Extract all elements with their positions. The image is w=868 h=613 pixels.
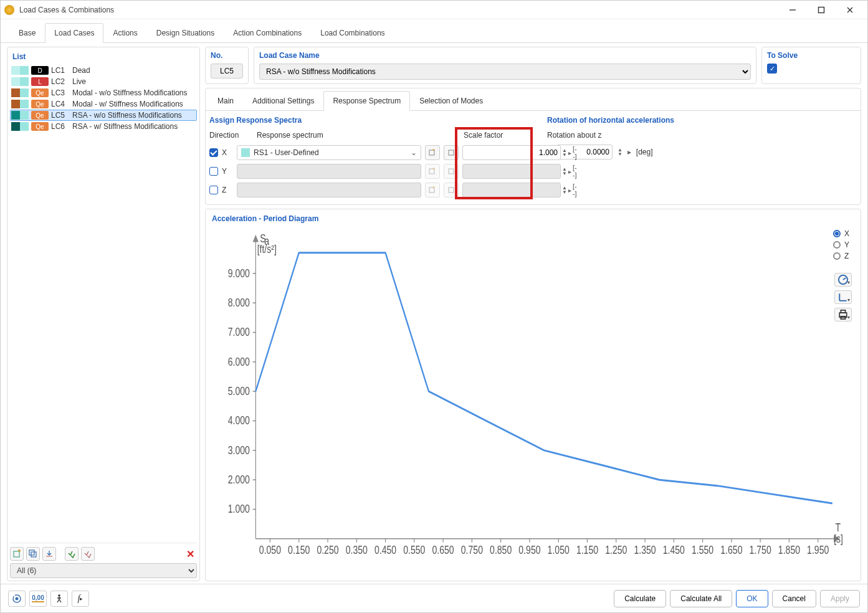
scale-factor-more-icon: ▸ [568, 187, 571, 194]
deselect-all-button[interactable] [81, 547, 95, 561]
main-tabs: BaseLoad CasesActionsDesign SituationsAc… [1, 19, 867, 43]
tab-action-combinations[interactable]: Action Combinations [224, 23, 311, 42]
col-scale: Scale factor [464, 131, 532, 140]
direction-z-checkbox[interactable] [209, 186, 218, 194]
chart-settings-button[interactable]: ▾ [834, 273, 852, 287]
load-case-id: LC3 [51, 88, 70, 97]
function-button[interactable]: f▸ [72, 591, 89, 607]
direction-x-checkbox[interactable] [209, 148, 218, 157]
spectrum-edit-button[interactable] [444, 145, 459, 160]
minimize-button[interactable] [779, 1, 806, 19]
run-person-button[interactable] [50, 591, 68, 607]
load-case-name: RSA - w/ Stiffness Modifications [72, 122, 196, 131]
rotation-header: Rotation of horizontal accelerations [547, 116, 854, 125]
spectrum-edit-button [444, 183, 459, 197]
svg-text:0.950: 0.950 [518, 544, 540, 556]
spectrum-new-button [425, 183, 440, 197]
load-case-id: LC1 [51, 66, 70, 75]
help-button[interactable] [8, 591, 26, 607]
rotation-unit: [deg] [636, 148, 653, 156]
svg-marker-14 [253, 235, 259, 242]
svg-text:[ft/s²]: [ft/s²] [257, 244, 277, 255]
load-case-id: LC4 [51, 100, 70, 108]
select-all-button[interactable] [65, 547, 79, 561]
svg-text:1.250: 1.250 [605, 544, 627, 556]
svg-rect-10 [449, 169, 454, 174]
scale-factor-z-input [462, 183, 561, 197]
load-case-name: Live [72, 77, 196, 86]
new-button[interactable] [10, 547, 24, 561]
spectrum-new-button[interactable] [425, 145, 440, 160]
spectrum-y-select [237, 164, 421, 179]
chart-print-button[interactable]: ▾ [834, 308, 852, 321]
svg-text:0.550: 0.550 [403, 544, 425, 556]
chart-axis-y-radio[interactable]: Y [831, 239, 852, 250]
to-solve-checkbox[interactable]: ✓ [767, 64, 777, 74]
import-button[interactable] [42, 547, 56, 561]
spectrum-z-select [237, 183, 421, 197]
scale-factor-unit: [--] [573, 164, 577, 179]
load-case-row-lc1[interactable]: DLC1Dead [10, 65, 197, 76]
tab-design-situations[interactable]: Design Situations [147, 23, 224, 42]
subtab-additional-settings[interactable]: Additional Settings [243, 91, 323, 110]
chevron-down-icon: ⌄ [411, 148, 417, 157]
svg-rect-7 [429, 150, 434, 155]
load-case-row-lc2[interactable]: LLC2Live [10, 76, 197, 87]
calculate-button[interactable]: Calculate [614, 590, 666, 607]
svg-rect-12 [449, 188, 454, 192]
svg-text:1.450: 1.450 [663, 544, 685, 556]
apply-button[interactable]: Apply [820, 590, 860, 607]
assign-spectra-header: Assign Response Spectra [206, 111, 536, 131]
close-button[interactable] [836, 1, 864, 19]
load-case-id: LC2 [51, 77, 70, 86]
load-case-name-select[interactable]: RSA - w/o Stiffness Modifications [259, 64, 751, 80]
svg-text:1.050: 1.050 [548, 544, 570, 556]
direction-y-label: Y [222, 167, 233, 176]
to-solve-label: To Solve [767, 51, 856, 60]
svg-text:0.650: 0.650 [432, 544, 454, 556]
svg-text:6.000: 6.000 [228, 356, 250, 368]
subtab-response-spectrum[interactable]: Response Spectrum [323, 91, 410, 111]
svg-text:T: T [836, 521, 841, 533]
load-case-row-lc4[interactable]: QeLC4Modal - w/ Stiffness Modifications [10, 98, 197, 110]
cancel-button[interactable]: Cancel [772, 590, 816, 607]
rotation-more-icon[interactable]: ▸ [627, 148, 631, 156]
svg-text:0.350: 0.350 [346, 544, 368, 556]
load-case-row-lc6[interactable]: QeLC6RSA - w/ Stiffness Modifications [10, 121, 197, 132]
scale-factor-stepper: ▲▼ [562, 186, 567, 194]
number-field[interactable] [211, 64, 243, 78]
svg-text:3.000: 3.000 [228, 444, 250, 456]
chart-axis-button[interactable]: ▾ [834, 290, 852, 304]
list-filter-select[interactable]: All (6) [10, 563, 197, 578]
ok-button[interactable]: OK [736, 590, 768, 607]
subtab-selection-of-modes[interactable]: Selection of Modes [410, 91, 492, 110]
rotation-stepper[interactable]: ▲▼ [618, 148, 622, 156]
tab-base[interactable]: Base [9, 23, 45, 42]
maximize-button[interactable] [808, 1, 835, 19]
load-case-row-lc3[interactable]: QeLC3Modal - w/o Stiffness Modifications [10, 87, 197, 98]
svg-text:2.000: 2.000 [228, 474, 250, 486]
calculate-all-button[interactable]: Calculate All [670, 590, 732, 607]
svg-text:0.850: 0.850 [490, 544, 512, 556]
svg-text:1.950: 1.950 [807, 544, 829, 556]
svg-text:1.000: 1.000 [228, 503, 250, 515]
load-case-category-badge: Qe [31, 100, 49, 108]
tab-load-combinations[interactable]: Load Combinations [311, 23, 394, 42]
scale-factor-stepper[interactable]: ▲▼ [562, 148, 567, 157]
tab-load-cases[interactable]: Load Cases [45, 23, 103, 43]
units-button[interactable]: 0,00 [29, 591, 47, 607]
load-case-row-lc5[interactable]: QeLC5RSA - w/o Stiffness Modifications [10, 110, 197, 121]
chart-axis-z-radio[interactable]: Z [831, 250, 852, 262]
spectrum-x-select[interactable]: RS1 - User-Defined⌄ [237, 145, 421, 160]
subtab-main[interactable]: Main [208, 91, 243, 110]
copy-button[interactable] [26, 547, 40, 561]
scale-factor-x-input[interactable] [462, 145, 561, 160]
number-label: No. [211, 51, 243, 60]
app-icon [4, 5, 14, 15]
svg-text:0.450: 0.450 [374, 544, 396, 556]
chart-axis-x-radio[interactable]: X [831, 228, 852, 239]
direction-y-checkbox[interactable] [209, 167, 218, 176]
tab-actions[interactable]: Actions [103, 23, 146, 42]
scale-factor-more-icon[interactable]: ▸ [568, 150, 571, 156]
delete-button[interactable]: ✕ [183, 547, 197, 561]
